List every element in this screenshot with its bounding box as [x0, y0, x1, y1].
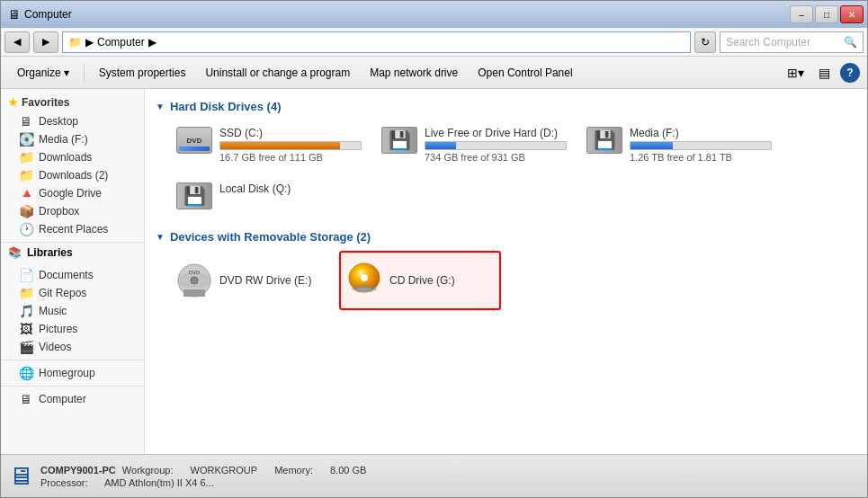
libraries-section-header: 📚 Libraries	[1, 246, 144, 259]
ssd-c-name: SSD (C:)	[219, 127, 362, 139]
sidebar-item-downloads[interactable]: 📁 Downloads	[1, 148, 144, 166]
local-q-name: Local Disk (Q:)	[219, 182, 362, 195]
ssd-c-info: SSD (C:) 16.7 GB free of 111 GB	[219, 127, 362, 163]
sidebar-item-pictures[interactable]: 🖼 Pictures	[1, 320, 144, 338]
live-d-progress-container	[425, 141, 567, 150]
sidebar-item-desktop[interactable]: 🖥 Desktop	[1, 112, 144, 130]
sidebar-item-pictures-label: Pictures	[39, 323, 77, 335]
downloads2-icon: 📁	[19, 168, 33, 182]
back-button[interactable]: ◀	[4, 31, 30, 53]
hdd-q-icon: 💾	[176, 182, 212, 209]
sidebar-item-media-f[interactable]: 💽 Media (F:)	[1, 130, 144, 148]
svg-point-6	[361, 274, 368, 281]
ssd-c-progress-fill	[220, 142, 340, 149]
search-box[interactable]: Search Computer 🔍	[720, 31, 864, 53]
cd-g-icon-wrapper	[346, 258, 382, 303]
view-dropdown-button[interactable]: ⊞▾	[783, 60, 808, 85]
drive-item-ssd-c[interactable]: DVD SSD (C:) 16.7 GB free of 111 GB	[170, 120, 368, 169]
forward-button[interactable]: ▶	[33, 31, 58, 53]
sidebar-item-dropbox[interactable]: 📦 Dropbox	[1, 202, 144, 220]
removable-triangle[interactable]: ▼	[156, 232, 165, 242]
title-bar: 🖥 Computer – □ ✕	[1, 1, 867, 28]
sidebar-item-recent[interactable]: 🕐 Recent Places	[1, 220, 144, 238]
organize-label: Organize	[17, 67, 61, 79]
close-button[interactable]: ✕	[840, 5, 864, 23]
map-network-button[interactable]: Map network drive	[361, 60, 467, 85]
toolbar-separator-1	[84, 64, 85, 82]
hard-disk-triangle[interactable]: ▼	[156, 102, 165, 111]
favorites-header: ★ Favorites	[1, 93, 144, 112]
desktop-icon: 🖥	[19, 114, 33, 129]
ssd-c-icon: DVD	[176, 127, 212, 154]
sidebar-divider-1	[1, 242, 144, 243]
live-d-size: 734 GB free of 931 GB	[425, 152, 567, 163]
memory-label: Memory:	[274, 465, 313, 476]
ssd-c-size: 16.7 GB free of 111 GB	[219, 152, 362, 163]
system-properties-button[interactable]: System properties	[90, 60, 195, 85]
title-bar-controls: – □ ✕	[790, 5, 864, 23]
sidebar-item-videos[interactable]: 🎬 Videos	[1, 338, 144, 356]
hdd-q-icon-wrapper: 💾	[176, 182, 212, 209]
status-pc-icon: 🖥	[8, 461, 33, 491]
live-d-info: Live Free or Drive Hard (D:) 734 GB free…	[425, 127, 567, 163]
pc-name: COMPY9001-PC	[40, 465, 116, 476]
svg-text:DVD: DVD	[189, 270, 201, 275]
status-info-line2: Processor: AMD Athlon(tm) II X4 6...	[40, 477, 380, 488]
processor-value: AMD Athlon(tm) II X4 6...	[104, 477, 214, 488]
sidebar: ★ Favorites 🖥 Desktop 💽 Media (F:) 📁 Dow…	[1, 89, 145, 454]
media-f-info: Media (F:) 1.26 TB free of 1.81 TB	[630, 127, 772, 163]
status-info-line1: COMPY9001-PC Workgroup: WORKGROUP Memory…	[40, 465, 380, 476]
sidebar-divider-2	[1, 360, 144, 360]
removable-item-dvd-e[interactable]: DVD DVD RW Drive (E:)	[170, 251, 332, 310]
memory-value: 8.00 GB	[330, 465, 366, 476]
sidebar-item-downloads-label: Downloads	[39, 151, 92, 164]
hdd-d-icon: 💾	[381, 127, 417, 154]
address-arrow: ▶	[148, 36, 157, 49]
sidebar-item-documents[interactable]: 📄 Documents	[1, 266, 144, 284]
drive-item-media-f[interactable]: 💾 Media (F:) 1.26 TB free of 1.81 TB	[580, 120, 778, 169]
maximize-button[interactable]: □	[815, 5, 838, 23]
minimize-button[interactable]: –	[790, 5, 813, 23]
removable-item-cd-g[interactable]: CD Drive (G:)	[339, 251, 501, 310]
address-computer: Computer	[97, 36, 145, 49]
media-icon: 💽	[19, 132, 33, 147]
search-placeholder: Search Computer	[726, 36, 810, 49]
sidebar-item-videos-label: Videos	[39, 341, 71, 353]
refresh-button[interactable]: ↻	[694, 31, 716, 53]
help-button[interactable]: ?	[840, 63, 860, 83]
folder-icon: 📁	[68, 36, 82, 49]
hard-disk-title: Hard Disk Drives (4)	[170, 100, 282, 113]
address-field[interactable]: 📁 ▶ Computer ▶	[62, 31, 691, 53]
live-d-name: Live Free or Drive Hard (D:)	[425, 127, 567, 139]
sidebar-item-music[interactable]: 🎵 Music	[1, 302, 144, 320]
dvd-e-icon: DVD	[176, 262, 212, 298]
pictures-icon: 🖼	[19, 322, 33, 336]
dvd-e-icon-wrapper: DVD	[176, 262, 212, 298]
organize-arrow: ▾	[64, 67, 69, 79]
sidebar-item-documents-label: Documents	[39, 269, 94, 281]
uninstall-button[interactable]: Uninstall or change a program	[196, 60, 359, 85]
sidebar-item-homegroup-label: Homegroup	[39, 367, 95, 379]
dropbox-icon: 📦	[19, 204, 33, 218]
drive-item-live-d[interactable]: 💾 Live Free or Drive Hard (D:) 734 GB fr…	[375, 120, 573, 169]
main-area: ★ Favorites 🖥 Desktop 💽 Media (F:) 📁 Dow…	[1, 89, 867, 454]
hdd-f-icon-wrapper: 💾	[586, 127, 622, 154]
sidebar-item-gitrepos[interactable]: 📁 Git Repos	[1, 284, 144, 302]
organize-button[interactable]: Organize ▾	[8, 60, 78, 85]
hdd-f-icon: 💾	[586, 127, 622, 154]
control-panel-button[interactable]: Open Control Panel	[469, 60, 581, 85]
sidebar-item-computer[interactable]: 🖥 Computer	[1, 390, 144, 408]
sidebar-item-homegroup[interactable]: 🌐 Homegroup	[1, 364, 144, 382]
media-f-size: 1.26 TB free of 1.81 TB	[630, 152, 772, 163]
homegroup-icon: 🌐	[19, 366, 33, 380]
libraries-icon: 📚	[8, 246, 22, 259]
view-pane-button[interactable]: ▤	[811, 60, 837, 85]
sidebar-divider-3	[1, 386, 144, 387]
drive-item-local-q[interactable]: 💾 Local Disk (Q:)	[170, 176, 368, 216]
local-q-info: Local Disk (Q:)	[219, 182, 362, 197]
sidebar-item-googledrive[interactable]: 🔺 Google Drive	[1, 184, 144, 202]
sidebar-item-downloads2[interactable]: 📁 Downloads (2)	[1, 166, 144, 184]
removable-grid: DVD DVD RW Drive (E:)	[156, 251, 856, 310]
window-icon: 🖥	[8, 7, 21, 22]
svg-rect-8	[357, 288, 371, 292]
